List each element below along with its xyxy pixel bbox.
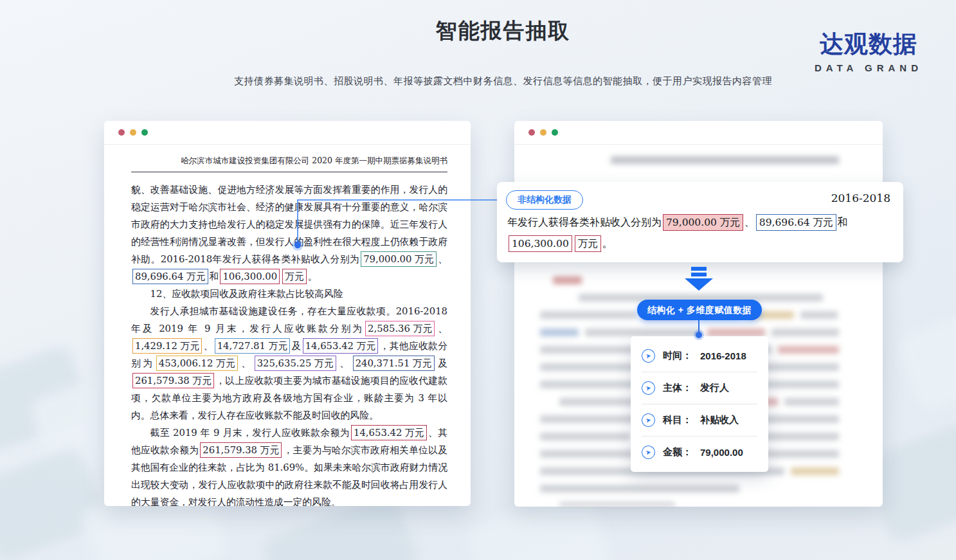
traffic-light-green-icon (141, 129, 148, 136)
field-value: 2016-2018 (700, 350, 746, 361)
blurred-text-line (611, 156, 839, 164)
extracted-value: 14,653.42 万元 (303, 338, 379, 354)
page-title: 智能报告抽取 (104, 17, 902, 46)
extracted-value: 240,371.51 万元 (353, 356, 435, 371)
brand-logo-en: DATA GRAND (815, 62, 923, 73)
blurred-text-line (540, 311, 636, 319)
field-row-3: ➤科目：补贴收入 (642, 404, 757, 437)
doc-paragraph: 貌、改善基础设施、促进地方经济发展等方面发挥着重要的作用，发行人的稳定运营对于哈… (131, 181, 447, 285)
document-page: 哈尔滨市城市建设投资集团有限公司 2020 年度第一期中期票据募集说明书 貌、改… (131, 145, 447, 506)
traffic-light-green-icon (552, 129, 558, 136)
connector-dot (696, 332, 702, 338)
unstructured-data-callout: 非结构化数据 2016-2018 年发行人获得各类补贴收入分别为79,000.0… (497, 182, 903, 262)
traffic-light-red-icon (528, 129, 535, 136)
structured-data-button[interactable]: 结构化 + 多维度赋值数据 (637, 300, 762, 320)
document-header-title: 哈尔滨市城市建设投资集团有限公司 2020 年度第一期中期票据募集说明书 (131, 156, 447, 172)
blurred-text-line (784, 398, 839, 406)
blurred-text-line (707, 329, 765, 336)
doc-paragraph: 截至 2019 年 9 月末，发行人应收账款余额为14,653.42 万元、其他… (131, 424, 447, 506)
doc-paragraph: 12、应收款项回收及政府往来款占比较高风险 (131, 285, 447, 302)
doc-text: 、 (203, 340, 213, 351)
doc-text: 、 (436, 323, 447, 334)
page-subtitle: 支持债券募集说明书、招股说明书、年报等披露文档中财务信息、发行信息等信息的智能抽… (104, 75, 902, 87)
extracted-value: 万元 (575, 235, 601, 252)
field-row-2: ➤主体：发行人 (642, 372, 757, 404)
extracted-value: 14,727.81 万元 (215, 338, 291, 354)
send-icon: ➤ (641, 348, 656, 364)
hero-header: 智能报告抽取 支持债券募集说明书、招股说明书、年报等披露文档中财务信息、发行信息… (104, 0, 902, 87)
document-body: 貌、改善基础设施、促进地方经济发展等方面发挥着重要的作用，发行人的稳定运营对于哈… (131, 181, 447, 506)
unstructured-data-tag[interactable]: 非结构化数据 (506, 190, 583, 210)
extracted-value: 14,653.42 万元 (351, 425, 427, 440)
blurred-text-line (553, 276, 582, 284)
doc-text: 12、应收款项回收及政府往来款占比较高风险 (150, 288, 343, 299)
doc-text: 及 (291, 340, 301, 351)
extracted-value: 1,429.12 万元 (132, 338, 202, 354)
extracted-value: 万元 (282, 269, 307, 284)
extracted-value: 106,300.00 (509, 235, 572, 252)
blurred-text-line (791, 467, 839, 475)
blurred-text-line (771, 329, 839, 336)
field-label: 金额： (663, 446, 692, 458)
blurred-text-line (800, 311, 838, 319)
blurred-text-line (540, 329, 579, 336)
source-document-window: 哈尔滨市城市建设投资集团有限公司 2020 年度第一期中期票据募集说明书 貌、改… (104, 121, 471, 506)
brand-logo-cn: 达观数据 (815, 28, 923, 60)
field-label: 时间： (663, 350, 692, 362)
blurred-text-line (540, 381, 643, 388)
extracted-value: 106,300.00 (220, 269, 280, 284)
structured-result-card: ➤时间：2016-2018➤主体：发行人➤科目：补贴收入➤金额：79,000.0… (631, 336, 768, 472)
doc-text: 、 (744, 216, 755, 228)
field-value: 79,000.00 (700, 447, 743, 458)
doc-text: 和 (838, 216, 848, 228)
field-row-1: ➤时间：2016-2018 (642, 340, 757, 372)
extracted-value: 79,000.00 万元 (663, 214, 743, 231)
doc-text: 。 (602, 237, 613, 249)
extracted-value: 261,579.38 万元 (200, 442, 282, 458)
doc-text: 和 (210, 271, 219, 282)
field-row-4: ➤金额：79,000.00 (642, 437, 757, 468)
extracted-value: 2,585.36 万元 (365, 321, 435, 336)
doc-text: 及 (436, 357, 447, 368)
brand-logo: 达观数据 DATA GRAND (815, 28, 923, 73)
field-label: 主体： (663, 382, 692, 394)
traffic-light-yellow-icon (130, 129, 136, 136)
send-icon: ➤ (641, 413, 656, 428)
extracted-value: 261,579.38 万元 (132, 373, 214, 388)
blurred-text-line (778, 346, 839, 354)
background-key-shape (896, 309, 956, 412)
blurred-text-line (540, 433, 630, 440)
send-icon: ➤ (641, 381, 656, 396)
blurred-text-line (540, 485, 739, 492)
doc-paragraph: 发行人承担城市基础设施建设任务，存在大量应收款项。2016-2018 年及 20… (131, 302, 447, 424)
extracted-value: 325,635.25 万元 (255, 356, 336, 371)
doc-text: 年发行人获得各类补贴收入分别为 (507, 216, 662, 228)
blurred-text-line (585, 329, 701, 336)
doc-text: 截至 2019 年 9 月末，发行人应收账款余额为 (150, 427, 350, 438)
doc-text: 。 (308, 271, 318, 282)
window-header (514, 121, 883, 145)
doc-text: 、 (239, 357, 253, 368)
extracted-value: 453,006.12 万元 (156, 356, 238, 371)
callout-text: 年发行人获得各类补贴收入分别为79,000.00 万元、89,696.64 万元… (507, 212, 893, 254)
blurred-text-line (559, 502, 675, 507)
field-value: 发行人 (700, 382, 729, 394)
extracted-value: 89,696.64 万元 (132, 269, 208, 284)
doc-text: 、 (338, 357, 352, 368)
traffic-light-yellow-icon (540, 129, 546, 136)
extracted-value: 89,696.64 万元 (756, 214, 836, 231)
doc-text: 、 (438, 253, 447, 264)
down-arrow-icon (684, 267, 714, 291)
window-header (104, 121, 471, 145)
send-icon: ➤ (641, 445, 656, 460)
extracted-value: 79,000.00 万元 (361, 251, 437, 267)
field-label: 科目： (663, 414, 692, 426)
callout-period: 2016-2018 (831, 192, 890, 204)
traffic-light-red-icon (118, 129, 125, 136)
field-value: 补贴收入 (700, 414, 739, 426)
